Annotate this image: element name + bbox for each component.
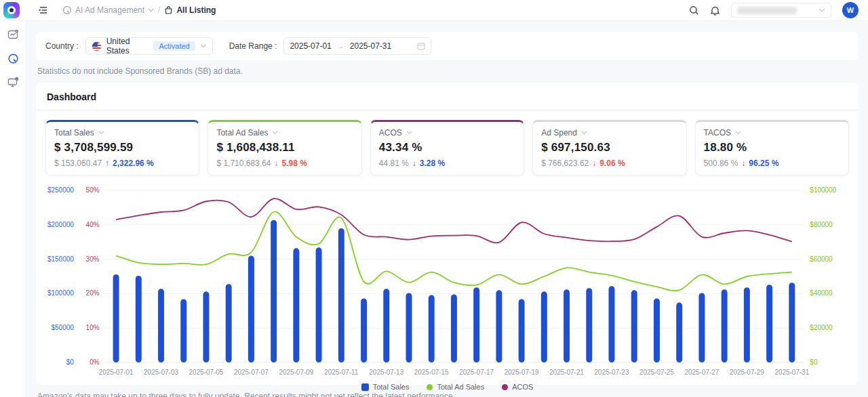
legend-item-acos[interactable]: ACOS xyxy=(502,383,533,391)
user-avatar[interactable]: W xyxy=(842,2,859,18)
target-icon xyxy=(62,5,72,15)
svg-text:$200000: $200000 xyxy=(47,221,74,228)
date-end-input[interactable]: 2025-07-31 xyxy=(350,41,391,51)
sb-data-notice: Statistics do not include Sponsored Bran… xyxy=(36,60,859,76)
legend-item-total-ad-sales[interactable]: Total Ad Sales xyxy=(427,383,484,391)
date-start-input[interactable]: 2025-07-01 xyxy=(290,41,331,51)
metric-value: 18.80 % xyxy=(704,141,840,154)
svg-text:$100000: $100000 xyxy=(810,186,836,194)
legend-item-total-sales[interactable]: Total Sales xyxy=(361,383,410,391)
us-flag-icon xyxy=(92,41,102,51)
svg-text:2025-07-25: 2025-07-25 xyxy=(639,369,674,376)
breadcrumb-separator: / xyxy=(158,5,160,15)
chevron-down-icon xyxy=(818,8,825,12)
legend-dot-marker xyxy=(502,384,508,390)
country-value: United States xyxy=(106,37,149,56)
metric-label: Total Ad Sales xyxy=(216,128,268,138)
line-total-ad-sales xyxy=(116,211,792,291)
svg-text:50%: 50% xyxy=(86,186,100,194)
svg-text:$20000: $20000 xyxy=(810,324,833,331)
top-header: AI Ad Management / All Listing W xyxy=(0,0,868,21)
legend-label: ACOS xyxy=(512,383,533,391)
svg-text:2025-07-15: 2025-07-15 xyxy=(414,369,449,376)
svg-text:$0: $0 xyxy=(66,358,75,366)
svg-text:2025-07-13: 2025-07-13 xyxy=(369,369,403,376)
metric-value: $ 3,708,599.59 xyxy=(54,141,191,154)
legend-square-marker xyxy=(361,383,369,391)
trend-arrow-icon: ↑ xyxy=(105,159,109,168)
calendar-icon xyxy=(417,42,425,50)
metric-change-pct: 5.98 % xyxy=(281,159,307,168)
metric-label: Ad Spend xyxy=(541,128,577,138)
metric-compare-value: $ 1,710,683.64 xyxy=(216,159,271,168)
breadcrumb: AI Ad Management / All Listing xyxy=(62,5,216,15)
metric-value: 43.34 % xyxy=(379,141,515,154)
metric-value: $ 1,608,438.11 xyxy=(216,141,353,154)
chevron-down-icon xyxy=(148,8,154,12)
metric-compare-value: $ 153,060.47 xyxy=(54,159,102,168)
metric-change-pct: 9.06 % xyxy=(599,159,625,168)
dashboard-panel: Dashboard Total Sales $ 3,708,599.59 $ 1… xyxy=(36,83,859,385)
stat-card-ad-spend: Ad Spend $ 697,150.63 $ 766,623.62 ↓ 9.0… xyxy=(532,120,686,175)
chevron-down-icon[interactable] xyxy=(406,131,412,135)
monitor-gear-icon xyxy=(7,77,19,88)
chevron-down-icon[interactable] xyxy=(272,131,278,135)
svg-text:10%: 10% xyxy=(86,324,100,331)
chart-monitor-icon xyxy=(7,29,19,41)
chevron-down-icon[interactable] xyxy=(581,131,587,135)
metric-compare-value: 500.86 % xyxy=(704,159,738,168)
breadcrumb-app-label: AI Ad Management xyxy=(75,5,144,15)
performance-chart[interactable]: $00%$0$5000010%$20000$10000020%$40000$15… xyxy=(43,184,852,379)
svg-text:2025-07-29: 2025-07-29 xyxy=(730,369,764,376)
svg-text:2025-07-09: 2025-07-09 xyxy=(279,369,313,376)
metric-label: Total Sales xyxy=(54,128,94,138)
svg-text:$150000: $150000 xyxy=(47,255,74,263)
app-logo[interactable] xyxy=(3,2,20,18)
sidebar-item-ai-ad-management[interactable] xyxy=(7,53,19,64)
performance-chart-wrap: $00%$0$5000010%$20000$10000020%$40000$15… xyxy=(36,181,859,391)
dashboard-title-row: Dashboard xyxy=(36,83,859,110)
trend-arrow-icon: ↓ xyxy=(412,159,416,168)
breadcrumb-page-label: All Listing xyxy=(176,5,216,15)
search-icon[interactable] xyxy=(689,5,699,16)
svg-text:2025-07-11: 2025-07-11 xyxy=(324,369,359,376)
country-select[interactable]: United States Activated xyxy=(85,37,213,55)
sidebar-item-listing-manager[interactable] xyxy=(7,77,19,88)
metric-label: TACOS xyxy=(704,128,731,138)
svg-text:$50000: $50000 xyxy=(52,324,75,331)
chevron-down-icon[interactable] xyxy=(98,131,104,135)
sidebar-item-analytics[interactable] xyxy=(7,29,19,41)
metric-compare-value: 44.81 % xyxy=(379,159,409,168)
page-title: Dashboard xyxy=(47,91,96,102)
legend-label: Total Ad Sales xyxy=(437,383,484,391)
svg-text:$0: $0 xyxy=(810,358,818,366)
legend-dot-marker xyxy=(427,384,433,390)
breadcrumb-page[interactable]: All Listing xyxy=(164,5,216,15)
svg-text:2025-07-21: 2025-07-21 xyxy=(549,369,584,376)
workspace-select[interactable] xyxy=(731,3,831,18)
date-range-picker[interactable]: 2025-07-01 → 2025-07-31 xyxy=(283,37,431,55)
metric-change-pct: 3.28 % xyxy=(420,159,445,168)
svg-text:$60000: $60000 xyxy=(810,255,833,263)
svg-text:0%: 0% xyxy=(90,358,100,366)
stat-card-acos: ACOS 43.34 % 44.81 % ↓ 3.28 % xyxy=(370,120,524,175)
metric-change-pct: 2,322.96 % xyxy=(113,159,154,168)
svg-text:2025-07-19: 2025-07-19 xyxy=(505,369,539,376)
chevron-down-icon[interactable] xyxy=(735,131,741,135)
metric-compare-value: $ 766,623.62 xyxy=(541,159,589,168)
trend-arrow-icon: ↓ xyxy=(741,159,745,168)
notifications-bell-icon[interactable] xyxy=(710,5,720,16)
date-range-arrow: → xyxy=(337,42,344,50)
trend-arrow-icon: ↓ xyxy=(592,159,596,168)
country-label: Country : xyxy=(45,41,79,51)
target-icon xyxy=(7,53,19,64)
stat-cards-row: Total Sales $ 3,708,599.59 $ 153,060.47 … xyxy=(36,110,859,181)
line-acos xyxy=(116,198,792,243)
legend-label: Total Sales xyxy=(373,383,410,391)
svg-text:2025-07-01: 2025-07-01 xyxy=(99,369,134,376)
bag-icon xyxy=(164,6,173,15)
sidebar-collapse-icon[interactable] xyxy=(37,5,47,15)
chevron-down-icon xyxy=(200,44,207,48)
svg-text:30%: 30% xyxy=(86,255,100,263)
breadcrumb-app[interactable]: AI Ad Management xyxy=(62,5,154,15)
